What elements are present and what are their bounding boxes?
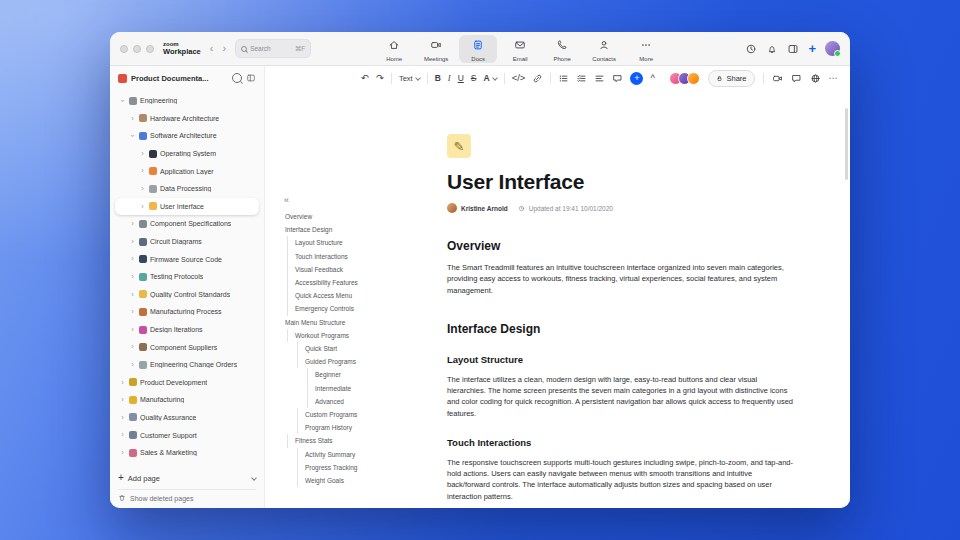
outline-item-beginner[interactable]: Beginner <box>281 368 409 381</box>
tab-docs[interactable]: Docs <box>459 35 497 63</box>
tree-item-circuit-diagrams[interactable]: ›Circuit Diagrams <box>115 233 259 251</box>
tree-item-manufacturing-process[interactable]: ›Manufacturing Process <box>115 303 259 321</box>
add-button[interactable]: + <box>808 42 816 55</box>
outline-item-emergency-controls[interactable]: Emergency Controls <box>281 302 409 315</box>
chevron-right-icon[interactable]: › <box>139 167 146 175</box>
tree-item-user-interface[interactable]: ›User Interface <box>115 198 259 216</box>
sidebar-panel-icon[interactable] <box>787 43 799 55</box>
tree-item-component-suppliers[interactable]: ›Component Suppliers <box>115 338 259 356</box>
outline-item-custom-programs[interactable]: Custom Programs <box>281 408 409 421</box>
text-style-select[interactable]: Text <box>399 74 420 83</box>
undo-button[interactable]: ↶ <box>361 73 369 83</box>
outline-item-layout-structure[interactable]: Layout Structure <box>281 236 409 249</box>
outline-item-workout-programs[interactable]: Workout Programs <box>281 329 409 342</box>
global-search[interactable]: Search ⌘F <box>235 39 311 58</box>
align-button[interactable] <box>594 73 605 84</box>
tree-item-software-architecture[interactable]: ›Software Architecture <box>115 127 259 145</box>
chevron-right-icon[interactable]: › <box>129 361 136 369</box>
tree-item-operating-system[interactable]: ›Operating System <box>115 145 259 163</box>
globe-button[interactable] <box>810 73 821 84</box>
tree-item-quality-assurance[interactable]: ›Quality Assurance <box>115 409 259 427</box>
chevron-right-icon[interactable]: › <box>119 449 126 457</box>
link-button[interactable] <box>532 73 543 84</box>
tree-item-customer-support[interactable]: ›Customer Support <box>115 426 259 444</box>
tree-item-firmware-source-code[interactable]: ›Firmware Source Code <box>115 250 259 268</box>
outline-item-overview[interactable]: Overview <box>281 210 409 223</box>
outline-item-quick-start[interactable]: Quick Start <box>281 342 409 355</box>
back-button[interactable]: ‹ <box>210 43 214 54</box>
collapse-toolbar-button[interactable]: ^ <box>650 73 654 83</box>
strikethrough-button[interactable]: S <box>471 74 477 83</box>
notifications-bell-icon[interactable] <box>766 43 778 55</box>
bullet-list-button[interactable] <box>558 73 569 84</box>
outline-item-weight-goals[interactable]: Weight Goals <box>281 474 409 487</box>
tree-item-manufacturing[interactable]: ›Manufacturing <box>115 391 259 409</box>
chevron-right-icon[interactable]: › <box>139 185 146 193</box>
outline-item-program-history[interactable]: Program History <box>281 421 409 434</box>
text-color-button[interactable]: A <box>484 73 497 83</box>
tree-item-testing-protocols[interactable]: ›Testing Protocols <box>115 268 259 286</box>
more-options-button[interactable]: ⋯ <box>829 73 839 83</box>
chevron-right-icon[interactable]: › <box>119 396 126 404</box>
forward-button[interactable]: › <box>222 43 226 54</box>
outline-item-visual-feedback[interactable]: Visual Feedback <box>281 263 409 276</box>
code-button[interactable]: </> <box>512 73 526 83</box>
video-camera-button[interactable] <box>772 73 783 84</box>
zoom-window-button[interactable] <box>146 45 154 53</box>
tab-home[interactable]: Home <box>375 35 413 63</box>
chevron-right-icon[interactable]: › <box>129 220 136 228</box>
outline-item-fitness-stats[interactable]: Fitness Stats <box>281 434 409 447</box>
outline-item-activity-summary[interactable]: Activity Summary <box>281 448 409 461</box>
scrollbar[interactable] <box>845 108 848 180</box>
collapse-sidebar-icon[interactable] <box>246 73 256 83</box>
tree-item-engineering-change-orders[interactable]: ›Engineering Change Orders <box>115 356 259 374</box>
checklist-button[interactable] <box>576 73 587 84</box>
tab-meetings[interactable]: Meetings <box>417 35 455 63</box>
insert-button[interactable]: + <box>630 72 643 85</box>
tree-item-component-specifications[interactable]: ›Component Specifications <box>115 215 259 233</box>
chevron-right-icon[interactable]: › <box>129 291 136 299</box>
tab-contacts[interactable]: Contacts <box>585 35 623 63</box>
outline-item-guided-programs[interactable]: Guided Programs <box>281 355 409 368</box>
chevron-right-icon[interactable]: › <box>119 414 126 422</box>
italic-button[interactable]: I <box>448 74 451 83</box>
chevron-right-icon[interactable]: › <box>129 238 136 246</box>
tree-item-data-processing[interactable]: ›Data Processing <box>115 180 259 198</box>
share-button[interactable]: Share <box>708 70 754 87</box>
chevron-right-icon[interactable]: › <box>129 255 136 263</box>
clock-icon[interactable] <box>745 43 757 55</box>
chevron-right-icon[interactable]: › <box>129 115 136 123</box>
chevron-right-icon[interactable]: › <box>119 431 126 439</box>
outline-item-advanced[interactable]: Advanced <box>281 395 409 408</box>
outline-item-touch-interactions[interactable]: Touch Interactions <box>281 250 409 263</box>
chevron-right-icon[interactable]: › <box>119 379 126 387</box>
tree-item-quality-control-standards[interactable]: ›Quality Control Standards <box>115 286 259 304</box>
chat-button[interactable] <box>791 73 802 84</box>
tree-item-sales-marketing[interactable]: ›Sales & Marketing <box>115 444 259 462</box>
outline-item-interface-design[interactable]: Interface Design <box>281 223 409 236</box>
chevron-right-icon[interactable]: › <box>139 150 146 158</box>
tree-item-design-iterations[interactable]: ›Design Iterations <box>115 321 259 339</box>
tree-item-hardware-architecture[interactable]: ›Hardware Architecture <box>115 110 259 128</box>
comment-button[interactable] <box>612 73 623 84</box>
tree-item-application-layer[interactable]: ›Application Layer <box>115 162 259 180</box>
chevron-right-icon[interactable]: › <box>129 326 136 334</box>
tab-more[interactable]: More <box>627 35 665 63</box>
user-avatar[interactable] <box>825 41 840 56</box>
outline-item-main-menu-structure[interactable]: Main Menu Structure <box>281 316 409 329</box>
minimize-window-button[interactable] <box>133 45 141 53</box>
outline-item-progress-tracking[interactable]: Progress Tracking <box>281 461 409 474</box>
close-window-button[interactable] <box>120 45 128 53</box>
tab-email[interactable]: Email <box>501 35 539 63</box>
show-deleted-pages-button[interactable]: Show deleted pages <box>118 494 256 502</box>
chevron-right-icon[interactable]: › <box>129 273 136 281</box>
outline-item-quick-access-menu[interactable]: Quick Access Menu <box>281 289 409 302</box>
tab-phone[interactable]: Phone <box>543 35 581 63</box>
chevron-down-icon[interactable] <box>251 475 257 481</box>
redo-button[interactable]: ↷ <box>376 73 384 83</box>
outline-item-accessibility-features[interactable]: Accessibility Features <box>281 276 409 289</box>
collapse-outline-button[interactable]: « <box>284 196 409 205</box>
chevron-right-icon[interactable]: › <box>129 308 136 316</box>
collaborator-avatar[interactable] <box>687 72 700 85</box>
add-page-button[interactable]: + Add page <box>118 469 256 487</box>
